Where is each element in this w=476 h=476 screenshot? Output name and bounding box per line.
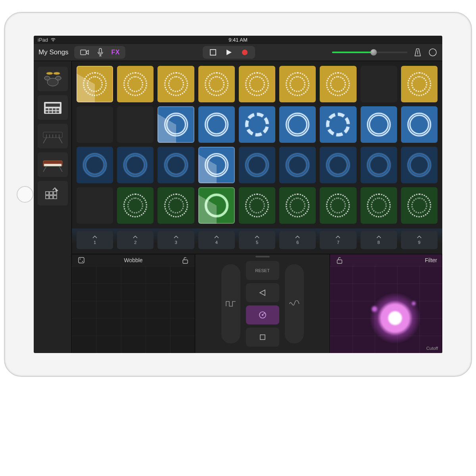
svg-rect-34 xyxy=(54,192,57,195)
loop-cell[interactable] xyxy=(117,187,154,224)
lock-icon[interactable] xyxy=(180,255,190,265)
svg-rect-42 xyxy=(183,260,188,263)
loop-cell[interactable] xyxy=(320,66,356,102)
track-synth[interactable] xyxy=(38,152,68,177)
column-trigger[interactable]: 3 xyxy=(157,231,194,249)
column-trigger[interactable]: 1 xyxy=(77,231,113,249)
fx-panel: Wobble RESET xyxy=(72,254,442,353)
right-vertical-slider[interactable] xyxy=(285,264,304,344)
grid-edit-button[interactable] xyxy=(38,181,68,205)
track-sampler[interactable] xyxy=(38,95,68,120)
loop-cell[interactable] xyxy=(279,187,316,224)
stop-icon xyxy=(259,334,266,340)
loop-cell[interactable] xyxy=(320,147,356,183)
loop-cell[interactable] xyxy=(77,106,113,143)
stop-button[interactable] xyxy=(208,48,218,57)
loop-cell[interactable] xyxy=(401,106,438,143)
loop-cell[interactable] xyxy=(401,66,438,102)
playhead-wedge xyxy=(157,106,194,143)
back-button[interactable]: My Songs xyxy=(38,48,69,56)
record-button[interactable] xyxy=(240,48,250,57)
loop-cell[interactable] xyxy=(157,187,194,224)
svg-point-7 xyxy=(56,76,61,80)
reset-button[interactable]: RESET xyxy=(246,261,279,280)
loop-cell[interactable] xyxy=(117,106,154,143)
loop-cell[interactable] xyxy=(401,187,438,224)
column-trigger[interactable]: 8 xyxy=(361,231,397,249)
loop-cell[interactable] xyxy=(157,147,194,183)
track-drums[interactable] xyxy=(38,67,68,91)
xy-pad-right-surface[interactable]: Cutoff xyxy=(330,266,442,353)
loop-cell[interactable] xyxy=(117,66,154,102)
toolbar: My Songs FX xyxy=(34,44,442,61)
loop-cell[interactable] xyxy=(239,66,275,102)
volume-slider[interactable] xyxy=(332,52,407,53)
sine-wave-icon xyxy=(289,300,299,307)
mic-icon[interactable] xyxy=(96,48,105,57)
loop-cell[interactable] xyxy=(198,187,235,224)
svg-rect-19 xyxy=(56,111,59,113)
loop-cell[interactable] xyxy=(239,187,275,224)
loop-cell[interactable] xyxy=(361,147,397,183)
volume-thumb[interactable] xyxy=(370,49,377,56)
loop-grid xyxy=(72,61,442,228)
svg-rect-29 xyxy=(44,164,61,166)
lock-icon[interactable] xyxy=(335,255,344,265)
column-trigger[interactable]: 2 xyxy=(117,231,154,249)
loop-cell[interactable] xyxy=(320,106,356,143)
column-trigger[interactable]: 7 xyxy=(320,231,356,249)
play-button[interactable] xyxy=(224,48,234,57)
playhead-wedge xyxy=(77,66,113,102)
loop-cell[interactable] xyxy=(198,147,235,183)
loop-cell[interactable] xyxy=(198,66,235,102)
xy-pad-left-surface[interactable] xyxy=(72,266,195,353)
scratch-button[interactable] xyxy=(246,305,279,324)
track-keyboard[interactable] xyxy=(38,124,68,148)
center-fx-controls: RESET xyxy=(195,254,330,353)
loop-cell[interactable] xyxy=(320,187,356,224)
svg-point-41 xyxy=(82,261,83,262)
chevron-up-icon xyxy=(417,236,422,238)
fx-toggle[interactable]: FX xyxy=(111,49,120,56)
loop-cell[interactable] xyxy=(157,66,194,102)
loop-cell[interactable] xyxy=(361,106,397,143)
column-trigger[interactable]: 5 xyxy=(239,231,275,249)
svg-rect-32 xyxy=(46,192,49,195)
svg-point-3 xyxy=(242,50,248,55)
home-button[interactable] xyxy=(17,186,33,203)
column-trigger[interactable]: 4 xyxy=(198,231,235,249)
loop-cell[interactable] xyxy=(77,147,113,183)
loop-cell[interactable] xyxy=(279,66,316,102)
chevron-up-icon xyxy=(255,236,259,238)
app-screen: iPad 9:41 AM My Songs FX xyxy=(34,36,442,353)
settings-icon[interactable] xyxy=(428,48,438,57)
loop-cell[interactable] xyxy=(117,147,154,183)
stop-fx-button[interactable] xyxy=(246,328,279,347)
column-trigger[interactable]: 9 xyxy=(401,231,438,249)
loop-cell[interactable] xyxy=(279,106,316,143)
panel-drag-handle[interactable] xyxy=(255,256,270,257)
svg-rect-11 xyxy=(46,104,60,107)
loop-cell[interactable] xyxy=(239,147,275,183)
svg-rect-0 xyxy=(81,50,86,55)
loop-cell[interactable] xyxy=(361,66,397,102)
metronome-icon[interactable] xyxy=(413,48,422,57)
column-trigger[interactable]: 6 xyxy=(279,231,316,249)
svg-rect-35 xyxy=(46,196,49,199)
loop-cell[interactable] xyxy=(77,66,113,102)
svg-rect-39 xyxy=(79,257,84,263)
loop-cell[interactable] xyxy=(361,187,397,224)
loop-cell[interactable] xyxy=(77,187,113,224)
loop-cell[interactable] xyxy=(239,106,275,143)
loop-cell[interactable] xyxy=(198,106,235,143)
camera-icon[interactable] xyxy=(80,48,89,57)
loop-cell[interactable] xyxy=(401,147,438,183)
xy-x-axis-label: Cutoff xyxy=(426,346,438,351)
loop-cell[interactable] xyxy=(279,147,316,183)
left-vertical-slider[interactable] xyxy=(221,264,240,344)
loop-cell[interactable] xyxy=(157,106,194,143)
volume-track[interactable] xyxy=(332,52,407,53)
reverse-button[interactable] xyxy=(246,283,279,302)
randomize-icon[interactable] xyxy=(77,255,86,265)
svg-rect-37 xyxy=(54,196,57,199)
